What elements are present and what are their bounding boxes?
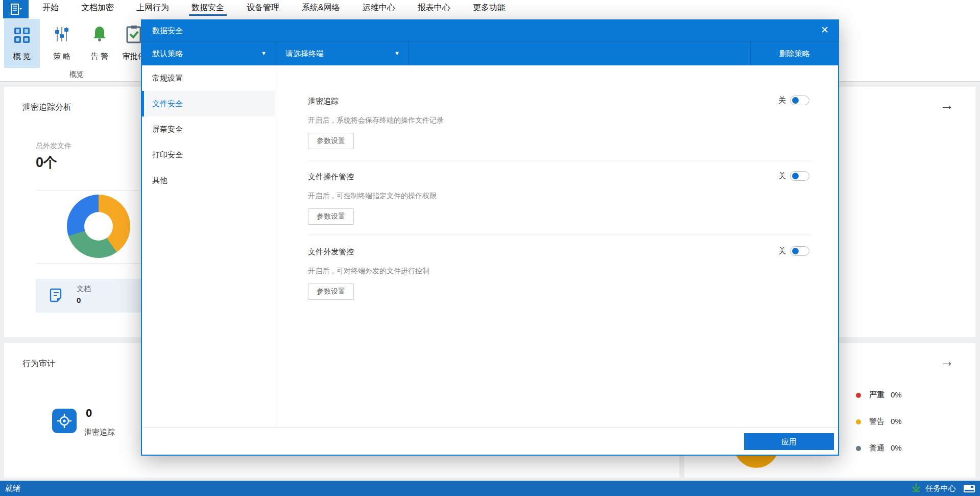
- arrow-right-icon[interactable]: →: [940, 98, 954, 112]
- setting-row-file-outgoing: 文件外发管控 开启后，可对终端外发的文件进行控制 参数设置 关: [308, 247, 811, 300]
- legend-label: 普通: [869, 443, 885, 453]
- gray-dot-icon: [856, 446, 861, 451]
- param-settings-button[interactable]: 参数设置: [308, 208, 354, 225]
- menu-system-network[interactable]: 系统&网络: [302, 0, 340, 16]
- ribbon-item-overview[interactable]: 概 览: [4, 19, 40, 68]
- download-icon: [912, 483, 921, 494]
- chevron-down-icon: ▼: [261, 41, 267, 65]
- sidebar-item-print-security[interactable]: 打印安全: [142, 142, 275, 168]
- severity-legend: 严重 0% 警告 0% 普通 0%: [856, 390, 902, 470]
- menu-ops-center[interactable]: 运维中心: [363, 0, 395, 16]
- menu-list: 开始 文档加密 上网行为 数据安全 设备管理 系统&网络 运维中心 报表中心 更…: [42, 0, 506, 16]
- setting-title: 文件操作管控: [308, 172, 811, 182]
- menu-start[interactable]: 开始: [42, 0, 59, 16]
- toggle-group: 关: [778, 171, 809, 181]
- menu-data-security[interactable]: 数据安全: [192, 0, 224, 16]
- toggle-state-label: 关: [778, 96, 786, 105]
- toggle-group: 关: [778, 96, 809, 105]
- setting-title: 文件外发管控: [308, 247, 811, 257]
- ribbon-item-alert[interactable]: 告 警: [82, 19, 117, 68]
- status-bar: 就绪 任务中心: [0, 481, 980, 496]
- setting-row-leak-trace: 泄密追踪 开启后，系统将会保存终端的操作文件记录 参数设置 关: [308, 97, 811, 149]
- amber-dot-icon: [856, 419, 861, 424]
- chevron-down-icon: ▼: [394, 41, 400, 65]
- ribbon-item-policy[interactable]: 策 略: [44, 19, 80, 68]
- toggle-switch[interactable]: [790, 246, 809, 256]
- policy-dropdown[interactable]: 默认策略 ▼: [142, 41, 275, 66]
- param-settings-button[interactable]: 参数设置: [308, 133, 354, 149]
- legend-label: 严重: [869, 390, 885, 400]
- leak-trace-count: 0: [86, 407, 92, 420]
- close-icon[interactable]: ✕: [821, 24, 829, 37]
- document-icon: [49, 288, 64, 305]
- legend-value: 0%: [891, 390, 902, 400]
- toggle-state-label: 关: [778, 246, 786, 256]
- dialog-toolbar: 默认策略 ▼ 请选择终端 ▼ 删除策略: [142, 41, 838, 65]
- legend-label: 警告: [869, 417, 885, 427]
- param-settings-button[interactable]: 参数设置: [308, 284, 354, 300]
- sidebar-item-other[interactable]: 其他: [142, 168, 275, 193]
- divider: [308, 234, 811, 234]
- arrow-right-icon[interactable]: →: [940, 355, 954, 369]
- outgoing-files-value: 0个: [36, 153, 57, 172]
- menu-doc-encrypt[interactable]: 文档加密: [81, 0, 114, 16]
- divider: [308, 160, 811, 160]
- dialog-content: 泄密追踪 开启后，系统将会保存终端的操作文件记录 参数设置 关 文件操作管控 开…: [275, 65, 838, 429]
- setting-description: 开启后，可对终端外发的文件进行控制: [308, 267, 811, 276]
- app-menu-button[interactable]: [3, 0, 29, 18]
- menu-report-center[interactable]: 报表中心: [418, 0, 450, 16]
- taskbar-window-icon[interactable]: [964, 485, 975, 492]
- data-security-dialog: 数据安全 ✕ 默认策略 ▼ 请选择终端 ▼ 删除策略 常规设置 文件安全 屏幕安…: [141, 19, 839, 456]
- document-list-icon: [9, 4, 22, 15]
- menu-device-mgmt[interactable]: 设备管理: [247, 0, 279, 16]
- sidebar-item-file-security[interactable]: 文件安全: [142, 91, 275, 116]
- dialog-header: 数据安全 ✕: [142, 20, 838, 41]
- doc-label: 文档: [77, 285, 91, 294]
- legend-value: 0%: [891, 417, 902, 427]
- setting-title: 泄密追踪: [308, 97, 811, 106]
- toggle-switch[interactable]: [790, 96, 809, 105]
- dialog-footer: 应用: [142, 427, 838, 455]
- task-center-button[interactable]: 任务中心: [912, 481, 975, 496]
- toggle-group: 关: [778, 246, 809, 256]
- delete-policy-button[interactable]: 删除策略: [750, 41, 838, 66]
- legend-item-warning: 警告 0%: [856, 417, 902, 427]
- toggle-switch[interactable]: [790, 171, 809, 181]
- apply-button[interactable]: 应用: [744, 433, 834, 450]
- status-text: 就绪: [5, 484, 20, 493]
- terminal-dropdown-value: 请选择终端: [285, 49, 324, 58]
- panel-title: 泄密追踪分析: [22, 102, 71, 113]
- legend-item-critical: 严重 0%: [856, 390, 902, 400]
- ribbon-item-label: 告 警: [82, 52, 117, 61]
- toggle-state-label: 关: [778, 171, 786, 181]
- bell-icon: [90, 25, 109, 45]
- legend-value: 0%: [891, 443, 902, 453]
- policy-dropdown-value: 默认策略: [152, 49, 183, 58]
- dialog-title: 数据安全: [152, 26, 183, 36]
- target-icon: [52, 409, 77, 433]
- setting-row-file-operation: 文件操作管控 开启后，可控制终端指定文件的操作权限 参数设置 关: [308, 172, 811, 225]
- menu-more[interactable]: 更多功能: [473, 0, 506, 16]
- sidebar-item-general[interactable]: 常规设置: [142, 65, 275, 91]
- terminal-dropdown[interactable]: 请选择终端 ▼: [275, 41, 409, 66]
- dialog-sidebar: 常规设置 文件安全 屏幕安全 打印安全 其他: [142, 65, 275, 429]
- sidebar-item-screen-security[interactable]: 屏幕安全: [142, 116, 275, 142]
- ribbon-item-label: 概 览: [4, 52, 40, 61]
- top-menu-bar: 开始 文档加密 上网行为 数据安全 设备管理 系统&网络 运维中心 报表中心 更…: [0, 0, 980, 16]
- grid-icon: [14, 28, 30, 43]
- leak-trace-label: 泄密追踪: [84, 428, 115, 437]
- red-dot-icon: [856, 393, 861, 398]
- sliders-icon: [53, 26, 70, 45]
- legend-item-normal: 普通 0%: [856, 443, 902, 453]
- task-center-label: 任务中心: [925, 484, 956, 493]
- setting-description: 开启后，系统将会保存终端的操作文件记录: [308, 116, 811, 125]
- setting-description: 开启后，可控制终端指定文件的操作权限: [308, 192, 811, 201]
- clipboard-check-icon: [125, 25, 142, 45]
- outgoing-files-label: 总外发文件: [36, 141, 71, 151]
- doc-value: 0: [77, 296, 81, 304]
- panel-title: 行为审计: [22, 359, 55, 369]
- ribbon-group-label: 概览: [0, 70, 153, 79]
- ribbon-item-label: 策 略: [44, 52, 80, 61]
- file-type-donut-chart: [67, 195, 130, 258]
- menu-web-behavior[interactable]: 上网行为: [136, 0, 169, 16]
